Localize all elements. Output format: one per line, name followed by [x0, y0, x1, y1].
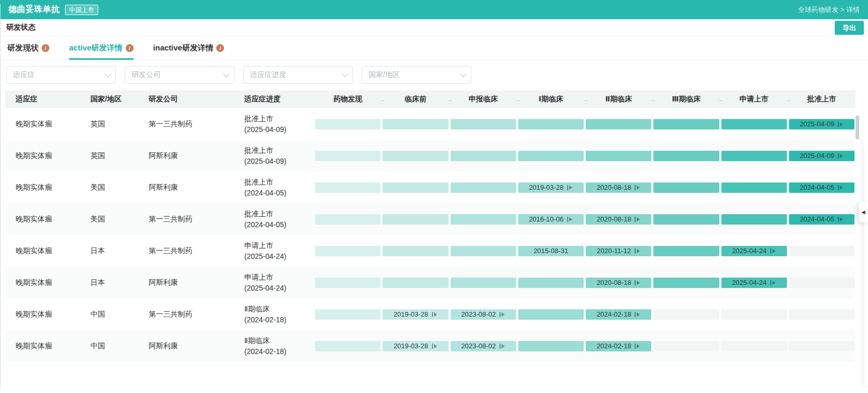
- stage-cell: 2025-04-09: [788, 119, 856, 129]
- cell-country: 美国: [83, 215, 141, 224]
- tab-label: 研发现状: [7, 43, 38, 53]
- step-forward-icon[interactable]: [499, 344, 505, 349]
- pipeline-table: 适应症 国家/地区 研发公司 适应症进度 药物发现→临床前→申报临床→Ⅰ期临床→…: [5, 90, 856, 362]
- stage-bar-with-date[interactable]: 2020-08-18: [586, 214, 651, 225]
- stage-cell: [517, 119, 585, 129]
- stage-bar-with-date[interactable]: 2025-04-09: [789, 151, 854, 161]
- stage-cell: 2024-04-05: [788, 182, 856, 193]
- stage-bar-empty: [653, 341, 719, 351]
- milestone-date: 2025-04-09: [800, 152, 835, 160]
- stage-cell: [585, 151, 652, 161]
- stage-bar: [383, 119, 448, 129]
- stage-bar-with-date[interactable]: 2020-11-12: [586, 246, 651, 256]
- step-forward-icon[interactable]: [635, 344, 640, 349]
- header-stage-6: Ⅲ期临床→: [652, 95, 720, 104]
- stage-cell: [720, 119, 788, 129]
- step-forward-icon[interactable]: [770, 248, 776, 254]
- step-forward-icon[interactable]: [432, 312, 438, 317]
- milestone-date: 2023-08-02: [461, 310, 496, 318]
- stage-bar-with-date[interactable]: 2024-04-05: [789, 214, 854, 225]
- tab-active-rd-detail[interactable]: active研发详情 i: [69, 36, 134, 60]
- stage-bar-with-date[interactable]: 2025-04-09: [789, 119, 854, 129]
- breadcrumb[interactable]: 全球药物研发 > 详情: [798, 5, 860, 15]
- step-forward-icon[interactable]: [567, 217, 573, 222]
- stage-cell: [314, 119, 382, 129]
- step-forward-icon[interactable]: [635, 248, 640, 254]
- stage-bar-with-date[interactable]: 2024-02-18: [586, 309, 651, 320]
- export-button[interactable]: 导出: [835, 21, 864, 35]
- cell-company: 第一三共制药: [141, 310, 236, 319]
- stage-cell: [314, 182, 382, 193]
- cell-indication: 晚期实体瘤: [5, 215, 83, 224]
- drug-title: 德曲妥珠单抗: [8, 4, 60, 15]
- stage-cell: [382, 151, 449, 161]
- step-forward-icon[interactable]: [838, 185, 844, 190]
- milestone-date: 2019-03-28: [529, 184, 564, 191]
- indication-filter-select[interactable]: 适应症: [6, 66, 116, 84]
- stage-cell: [652, 341, 720, 351]
- step-forward-icon[interactable]: [499, 312, 505, 317]
- stage-bar: [721, 151, 787, 161]
- stage-bar-with-date[interactable]: 2015-08-31: [518, 246, 584, 256]
- stage-cell: [788, 309, 856, 320]
- stage-cell: [314, 278, 382, 288]
- step-forward-icon[interactable]: [838, 153, 844, 159]
- step-forward-icon[interactable]: [635, 185, 640, 190]
- cell-indication: 晚期实体瘤: [5, 342, 83, 351]
- stage-bar-with-date[interactable]: 2020-08-18: [586, 182, 651, 193]
- vertical-scrollbar-thumb[interactable]: [856, 115, 859, 139]
- info-icon[interactable]: i: [42, 44, 49, 52]
- stage-bars: 2019-03-282020-08-182024-04-05: [314, 182, 856, 193]
- stage-bar-with-date[interactable]: 2025-04-24: [721, 246, 787, 256]
- stage-header-label: 批准上市: [807, 95, 836, 104]
- step-forward-icon[interactable]: [838, 217, 844, 222]
- stage-bar-with-date[interactable]: 2025-04-24: [721, 278, 787, 288]
- stage-bar-empty: [789, 341, 854, 351]
- step-forward-icon[interactable]: [838, 122, 844, 127]
- stage-bar-with-date[interactable]: 2016-10-06: [518, 214, 584, 225]
- tab-label: inactive研发详情: [153, 43, 214, 53]
- stage-bar-with-date[interactable]: 2019-03-28: [383, 309, 448, 320]
- stage-bar: [653, 119, 719, 129]
- step-forward-icon[interactable]: [432, 344, 438, 349]
- stage-bar: [721, 182, 787, 193]
- country-filter-select[interactable]: 国家/地区: [362, 66, 471, 84]
- milestone-date: 2020-08-18: [597, 279, 632, 286]
- step-forward-icon[interactable]: [567, 185, 573, 190]
- stage-bar-with-date[interactable]: 2023-08-02: [451, 309, 516, 320]
- milestone-date: 2020-11-12: [597, 247, 631, 255]
- company-filter-select[interactable]: 研发公司: [125, 66, 234, 84]
- step-forward-icon[interactable]: [635, 280, 640, 285]
- progress-filter-select[interactable]: 适应症进度: [243, 66, 353, 84]
- stage-cell: [314, 151, 382, 161]
- stage-cell: 2020-08-18: [585, 278, 652, 288]
- stage-bar: [653, 214, 719, 225]
- tab-rd-status[interactable]: 研发现状 i: [7, 36, 49, 60]
- stage-bar: [451, 182, 516, 193]
- stage-bar-with-date[interactable]: 2024-04-05: [789, 182, 854, 193]
- stage-bar-with-date[interactable]: 2023-08-02: [451, 341, 516, 351]
- step-forward-icon[interactable]: [635, 217, 640, 222]
- header-progress: 适应症进度: [236, 95, 314, 104]
- stage-bar-with-date[interactable]: 2019-03-28: [518, 182, 584, 193]
- progress-stage-label: 批准上市: [244, 113, 314, 124]
- stage-bar-with-date[interactable]: 2019-03-28: [383, 341, 448, 351]
- step-forward-icon[interactable]: [770, 280, 776, 285]
- drawer-collapse-button[interactable]: ◀: [859, 202, 868, 222]
- info-icon[interactable]: i: [126, 44, 134, 52]
- cell-progress: Ⅱ期临床(2024-02-18): [236, 304, 314, 325]
- step-forward-icon[interactable]: [635, 312, 640, 317]
- stage-bar: [653, 182, 719, 193]
- info-icon[interactable]: i: [216, 44, 224, 52]
- tab-inactive-rd-detail[interactable]: inactive研发详情 i: [153, 36, 225, 60]
- stage-cell: 2015-08-31: [517, 246, 585, 256]
- stage-bar: [315, 119, 380, 129]
- cell-company: 阿斯利康: [141, 278, 236, 287]
- stage-bar-with-date[interactable]: 2024-02-18: [586, 341, 651, 351]
- cell-indication: 晚期实体瘤: [5, 310, 83, 319]
- cell-progress: 申请上市(2025-04-24): [236, 272, 314, 294]
- stage-bar-with-date[interactable]: 2020-08-18: [586, 278, 651, 288]
- milestone-date: 2024-02-18: [597, 310, 632, 318]
- stage-bar: [586, 119, 651, 129]
- cell-progress: 批准上市(2024-04-05): [236, 177, 314, 199]
